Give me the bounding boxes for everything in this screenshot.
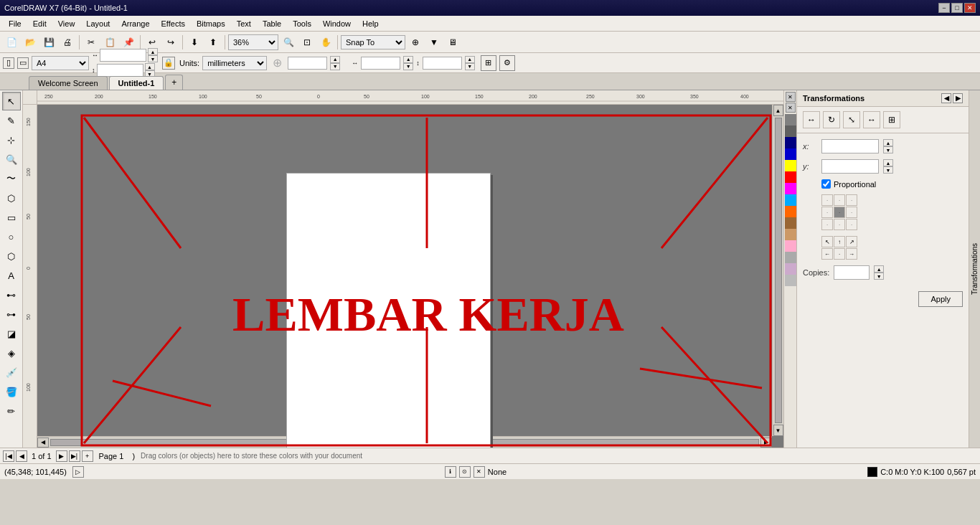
- y-nudge-up[interactable]: ▲: [465, 56, 475, 63]
- select-tool[interactable]: ↖: [2, 92, 21, 110]
- copies-up-button[interactable]: ▲: [874, 265, 884, 273]
- v-scroll-thumb[interactable]: [775, 118, 782, 423]
- apply-button[interactable]: Apply: [918, 291, 963, 307]
- menu-bitmaps[interactable]: Bitmaps: [191, 18, 231, 29]
- save-button[interactable]: 💾: [40, 34, 57, 51]
- transform-scale-icon[interactable]: ⤡: [843, 111, 860, 128]
- transform-mirror-icon[interactable]: ↔: [863, 111, 880, 128]
- x-input[interactable]: 25,4 mm: [821, 139, 879, 153]
- swatch-brown[interactable]: [785, 217, 796, 229]
- nudge-input[interactable]: 0,1 mm: [288, 57, 327, 70]
- transparency-tool[interactable]: ◈: [2, 344, 21, 362]
- fit-page-button[interactable]: ⊡: [298, 34, 316, 51]
- swatch-blue[interactable]: [785, 148, 796, 160]
- fill-tool[interactable]: 🪣: [2, 382, 21, 401]
- transform-panel-shrink[interactable]: ◀: [941, 93, 951, 103]
- units-select[interactable]: millimeters inches pixels: [202, 56, 267, 70]
- proportional-checkbox[interactable]: [821, 179, 831, 189]
- swatch-lightblue[interactable]: [785, 194, 796, 206]
- canvas-area[interactable]: LEMBAR KERJA ◀ ▶ ▲ ▼: [37, 105, 783, 448]
- menu-view[interactable]: View: [52, 18, 81, 29]
- connector-tool[interactable]: ⊶: [2, 305, 21, 323]
- rectangle-tool[interactable]: ▭: [2, 208, 21, 227]
- y-down-button[interactable]: ▼: [883, 166, 893, 174]
- transform-vertical-tab[interactable]: Transformations: [969, 90, 980, 448]
- nudge-up-button[interactable]: ▲: [330, 56, 340, 63]
- menu-text[interactable]: Text: [231, 18, 257, 29]
- swatch-lightgray2[interactable]: [785, 275, 796, 286]
- palette-close-x2[interactable]: ✕: [786, 103, 796, 113]
- page-orientation-portrait[interactable]: ▯: [3, 57, 14, 69]
- x-up-button[interactable]: ▲: [883, 139, 893, 146]
- x-nudge-down[interactable]: ▼: [403, 63, 413, 70]
- swatch-silver[interactable]: [785, 252, 796, 263]
- swatch-darkgray[interactable]: [785, 126, 796, 137]
- pos-bot-center[interactable]: ·: [834, 219, 845, 230]
- view-options-button[interactable]: ▼: [425, 34, 443, 51]
- transform-position-icon[interactable]: ↔: [803, 111, 820, 128]
- parallel-dim-tool[interactable]: ⊷: [2, 285, 21, 304]
- pos-mid-right[interactable]: ·: [846, 207, 857, 218]
- menu-file[interactable]: File: [3, 18, 27, 29]
- freehand-tool[interactable]: ✎: [2, 111, 21, 130]
- status-x-button[interactable]: ✕: [473, 466, 485, 478]
- zoom-tool[interactable]: 🔍: [2, 150, 21, 169]
- menu-window[interactable]: Window: [317, 18, 357, 29]
- x-nudge-up[interactable]: ▲: [403, 56, 413, 63]
- close-button[interactable]: ✕: [964, 3, 976, 13]
- copies-down-button[interactable]: ▼: [874, 273, 884, 280]
- swatch-lavender[interactable]: [785, 263, 796, 275]
- arrow-center[interactable]: ·: [834, 248, 845, 260]
- next-page-button[interactable]: ▶: [56, 450, 67, 462]
- height-up-button[interactable]: ▲: [145, 63, 155, 70]
- arrow-right-up[interactable]: ↗: [846, 236, 857, 247]
- swatch-red[interactable]: [785, 171, 796, 183]
- snap-icon[interactable]: ⊕: [407, 34, 424, 51]
- text-tool[interactable]: A: [2, 266, 21, 285]
- setup-button[interactable]: ⚙: [499, 55, 515, 71]
- width-down-button[interactable]: ▼: [148, 55, 158, 62]
- pos-center[interactable]: ·: [834, 207, 845, 218]
- minimize-button[interactable]: −: [938, 3, 950, 13]
- menu-arrange[interactable]: Arrange: [116, 18, 155, 29]
- copies-input[interactable]: 0: [834, 265, 870, 280]
- tab-welcome-screen[interactable]: Welcome Screen: [29, 76, 108, 90]
- display-quality-button[interactable]: 🖥: [444, 34, 461, 51]
- nudge-down-button[interactable]: ▼: [330, 63, 340, 70]
- menu-tools[interactable]: Tools: [287, 18, 317, 29]
- scroll-right-button[interactable]: ▶: [760, 438, 772, 448]
- zoom-select[interactable]: 36% 50% 75% 100%: [228, 34, 278, 50]
- status-target-button[interactable]: ⊙: [459, 466, 471, 478]
- zoom-icon[interactable]: 🔍: [280, 34, 297, 51]
- first-page-button[interactable]: |◀: [3, 450, 14, 462]
- arrow-left-up[interactable]: ↖: [821, 236, 833, 247]
- export-button[interactable]: ⬆: [204, 34, 222, 51]
- transform-size-icon[interactable]: ⊞: [883, 111, 900, 128]
- transform-rotate-icon[interactable]: ↻: [823, 111, 840, 128]
- scroll-left-button[interactable]: ◀: [37, 438, 49, 448]
- y-nudge-input[interactable]: 5,0 mm: [423, 57, 462, 70]
- curve-tool[interactable]: 〜: [2, 169, 21, 188]
- add-page-button[interactable]: +: [82, 450, 93, 462]
- scroll-up-button[interactable]: ▲: [773, 105, 783, 116]
- pos-top-center[interactable]: ·: [834, 194, 845, 206]
- menu-help[interactable]: Help: [357, 18, 385, 29]
- pos-bot-left[interactable]: ·: [821, 219, 833, 230]
- snap-to-grid-button[interactable]: ⊞: [481, 55, 496, 71]
- pan-button[interactable]: ✋: [317, 34, 334, 51]
- v-scrollbar[interactable]: ▲ ▼: [772, 105, 783, 436]
- canvas-wrapper[interactable]: 250 200 150 100 50 0 50 100 150 200 250 …: [23, 90, 783, 448]
- pos-top-left[interactable]: ·: [821, 194, 833, 206]
- maximize-button[interactable]: □: [951, 3, 963, 13]
- x-nudge-input[interactable]: 5,0 mm: [361, 57, 400, 70]
- tab-untitled1[interactable]: Untitled-1: [109, 76, 164, 90]
- pos-bot-right[interactable]: ·: [846, 219, 857, 230]
- swatch-yellow[interactable]: [785, 160, 796, 171]
- arrow-right[interactable]: →: [846, 248, 857, 260]
- swatch-magenta[interactable]: [785, 183, 796, 194]
- lock-ratio-button[interactable]: 🔒: [162, 57, 175, 70]
- swatch-tan[interactable]: [785, 229, 796, 240]
- menu-table[interactable]: Table: [257, 18, 287, 29]
- page-width-input[interactable]: 210,0 mm: [100, 49, 146, 62]
- status-info-button[interactable]: ℹ: [445, 466, 456, 478]
